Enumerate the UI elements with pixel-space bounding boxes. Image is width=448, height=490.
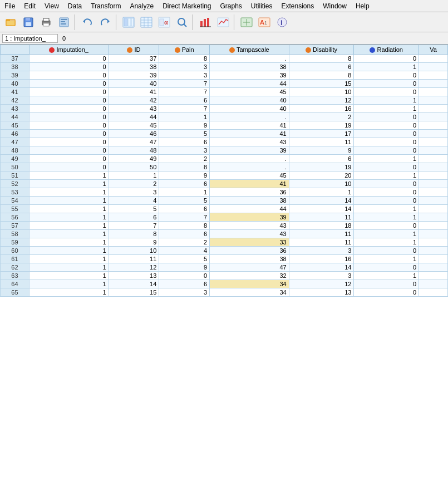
cell-tampascale[interactable]: 45 [210, 88, 289, 96]
cell-disability[interactable]: 1 [289, 188, 354, 197]
cell-pain[interactable]: 9 [159, 121, 210, 130]
redo-button[interactable] [97, 14, 114, 30]
cell-imputation[interactable]: 0 [29, 63, 109, 71]
cell-pain[interactable]: 7 [159, 105, 210, 113]
print-button[interactable] [38, 14, 55, 30]
cell-pain[interactable]: 6 [159, 96, 210, 105]
cell-tampascale[interactable]: 39 [210, 71, 289, 80]
cell-disability[interactable]: 14 [289, 263, 354, 272]
cell-id[interactable]: 50 [109, 163, 159, 171]
cell-radiation[interactable]: 0 [354, 163, 419, 171]
cell-imputation[interactable]: 1 [29, 280, 109, 288]
undo-button[interactable] [79, 14, 96, 30]
cell-radiation[interactable]: 0 [354, 121, 419, 130]
cell-imputation[interactable]: 1 [29, 171, 109, 180]
cell-disability[interactable]: 6 [289, 63, 354, 71]
cell-imputation[interactable]: 1 [29, 263, 109, 272]
cell-radiation[interactable]: 0 [354, 55, 419, 63]
cell-pain[interactable]: 8 [159, 163, 210, 171]
cell-pain[interactable]: 6 [159, 180, 210, 188]
cell-disability[interactable]: 16 [289, 255, 354, 263]
cell-imputation[interactable]: 0 [29, 138, 109, 146]
cell-disability[interactable]: 12 [289, 280, 354, 288]
cell-imputation[interactable]: 0 [29, 146, 109, 155]
cell-id[interactable]: 14 [109, 280, 159, 288]
cell-id[interactable]: 37 [109, 55, 159, 63]
cell-tampascale[interactable]: 43 [210, 138, 289, 146]
cell-pain[interactable]: 5 [159, 197, 210, 205]
cell-disability[interactable]: 11 [289, 230, 354, 238]
cell-imputation[interactable]: 0 [29, 105, 109, 113]
cell-tampascale[interactable]: . [210, 155, 289, 163]
cell-disability[interactable]: 10 [289, 180, 354, 188]
cell-disability[interactable]: 10 [289, 88, 354, 96]
cell-name-input[interactable] [2, 34, 58, 43]
cell-disability[interactable]: 8 [289, 71, 354, 80]
cell-disability[interactable]: 11 [289, 138, 354, 146]
cell-tampascale[interactable]: 38 [210, 255, 289, 263]
find-button[interactable] [174, 14, 190, 30]
cell-id[interactable]: 10 [109, 247, 159, 255]
menu-extensions[interactable]: Extensions [277, 1, 319, 11]
info-button[interactable]: i [274, 14, 291, 30]
cell-id[interactable]: 39 [109, 71, 159, 80]
cell-id[interactable]: 12 [109, 263, 159, 272]
cell-id[interactable]: 9 [109, 238, 159, 247]
cell-imputation[interactable]: 0 [29, 113, 109, 121]
cell-radiation[interactable]: 1 [354, 205, 419, 213]
options-button[interactable]: A1 [256, 14, 273, 30]
cell-id[interactable]: 13 [109, 272, 159, 280]
cell-id[interactable]: 15 [109, 288, 159, 297]
save-button[interactable] [20, 14, 37, 30]
cell-radiation[interactable]: 0 [354, 71, 419, 80]
menu-edit[interactable]: Edit [19, 1, 40, 11]
cell-radiation[interactable]: 0 [354, 263, 419, 272]
menu-view[interactable]: View [40, 1, 63, 11]
menu-graphs[interactable]: Graphs [215, 1, 246, 11]
cell-pain[interactable]: 4 [159, 247, 210, 255]
cell-imputation[interactable]: 0 [29, 55, 109, 63]
cell-radiation[interactable]: 1 [354, 155, 419, 163]
cell-id[interactable]: 11 [109, 255, 159, 263]
menu-file[interactable]: File [0, 1, 19, 11]
cell-tampascale[interactable]: 38 [210, 197, 289, 205]
stats1-button[interactable] [197, 14, 214, 30]
cell-imputation[interactable]: 0 [29, 121, 109, 130]
cell-tampascale[interactable]: 38 [210, 63, 289, 71]
cell-tampascale[interactable]: 32 [210, 272, 289, 280]
cell-imputation[interactable]: 0 [29, 96, 109, 105]
cell-imputation[interactable]: 0 [29, 88, 109, 96]
cell-imputation[interactable]: 1 [29, 247, 109, 255]
cell-id[interactable]: 8 [109, 230, 159, 238]
cell-pain[interactable]: 1 [159, 113, 210, 121]
cell-radiation[interactable]: 0 [354, 288, 419, 297]
cell-id[interactable]: 6 [109, 213, 159, 222]
col-header-tampascale[interactable]: Tampascale [210, 45, 289, 55]
cell-tampascale[interactable]: 36 [210, 247, 289, 255]
cell-radiation[interactable]: 1 [354, 63, 419, 71]
col-header-disability[interactable]: Disability [289, 45, 354, 55]
cell-tampascale[interactable]: 34 [210, 288, 289, 297]
cell-id[interactable]: 5 [109, 205, 159, 213]
cell-imputation[interactable]: 1 [29, 197, 109, 205]
col-header-id[interactable]: ID [109, 45, 159, 55]
cell-id[interactable]: 4 [109, 197, 159, 205]
cell-imputation[interactable]: 1 [29, 272, 109, 280]
col-header-radiation[interactable]: Radiation [354, 45, 419, 55]
cell-disability[interactable]: 20 [289, 171, 354, 180]
cell-tampascale[interactable]: . [210, 55, 289, 63]
cell-radiation[interactable]: 0 [354, 130, 419, 138]
cell-disability[interactable]: 14 [289, 205, 354, 213]
cell-id[interactable]: 46 [109, 130, 159, 138]
cell-tampascale[interactable]: 45 [210, 171, 289, 180]
cell-id[interactable]: 7 [109, 222, 159, 230]
cell-disability[interactable]: 19 [289, 121, 354, 130]
cell-id[interactable]: 38 [109, 63, 159, 71]
cell-imputation[interactable]: 1 [29, 188, 109, 197]
cell-pain[interactable]: 7 [159, 80, 210, 88]
cell-imputation[interactable]: 1 [29, 288, 109, 297]
cell-tampascale[interactable]: . [210, 163, 289, 171]
cell-id[interactable]: 3 [109, 188, 159, 197]
cell-tampascale[interactable]: 43 [210, 230, 289, 238]
cell-imputation[interactable]: 1 [29, 180, 109, 188]
